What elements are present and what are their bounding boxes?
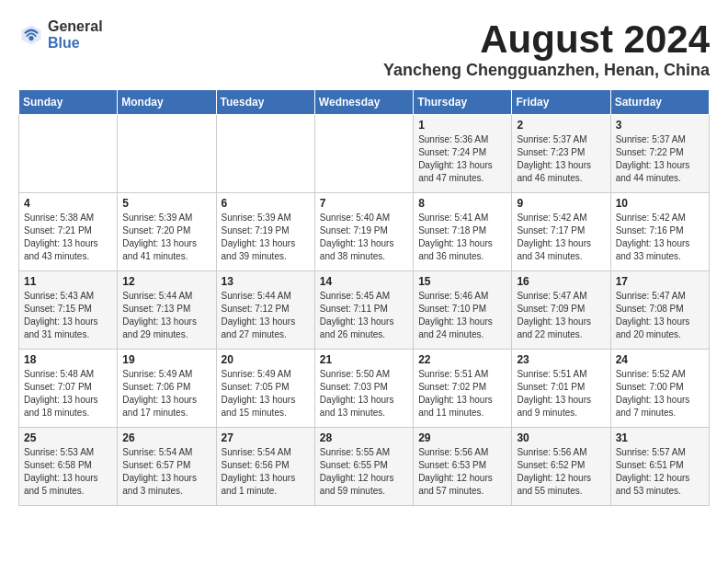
calendar-cell: 26Sunrise: 5:54 AMSunset: 6:57 PMDayligh…	[118, 428, 216, 506]
calendar-cell: 13Sunrise: 5:44 AMSunset: 7:12 PMDayligh…	[216, 271, 314, 350]
day-number: 26	[122, 431, 210, 444]
calendar-cell: 14Sunrise: 5:45 AMSunset: 7:11 PMDayligh…	[314, 271, 413, 350]
header-friday: Friday	[512, 90, 610, 115]
day-number: 4	[24, 197, 112, 210]
day-number: 5	[122, 197, 210, 210]
day-number: 25	[24, 431, 112, 444]
day-info: Sunrise: 5:53 AMSunset: 6:58 PMDaylight:…	[24, 446, 112, 498]
day-info: Sunrise: 5:51 AMSunset: 7:02 PMDaylight:…	[418, 368, 506, 419]
day-number: 1	[418, 119, 506, 132]
calendar-cell: 16Sunrise: 5:47 AMSunset: 7:09 PMDayligh…	[512, 271, 610, 350]
calendar-cell: 9Sunrise: 5:42 AMSunset: 7:17 PMDaylight…	[512, 193, 610, 271]
logo-blue-text: Blue	[48, 35, 103, 52]
day-number: 2	[517, 119, 605, 132]
day-info: Sunrise: 5:49 AMSunset: 7:05 PMDaylight:…	[222, 368, 310, 419]
day-info: Sunrise: 5:46 AMSunset: 7:10 PMDaylight:…	[418, 290, 506, 341]
day-info: Sunrise: 5:54 AMSunset: 6:57 PMDaylight:…	[122, 446, 210, 498]
calendar-cell: 3Sunrise: 5:37 AMSunset: 7:22 PMDaylight…	[610, 115, 709, 193]
calendar-cell: 5Sunrise: 5:39 AMSunset: 7:20 PMDaylight…	[118, 193, 216, 271]
calendar-cell: 23Sunrise: 5:51 AMSunset: 7:01 PMDayligh…	[512, 350, 610, 428]
day-info: Sunrise: 5:56 AMSunset: 6:53 PMDaylight:…	[418, 446, 506, 498]
day-info: Sunrise: 5:37 AMSunset: 7:22 PMDaylight:…	[616, 133, 704, 185]
day-info: Sunrise: 5:43 AMSunset: 7:15 PMDaylight:…	[24, 290, 112, 341]
day-info: Sunrise: 5:48 AMSunset: 7:07 PMDaylight:…	[24, 368, 112, 419]
calendar-cell: 7Sunrise: 5:40 AMSunset: 7:19 PMDaylight…	[314, 193, 413, 271]
calendar-cell: 19Sunrise: 5:49 AMSunset: 7:06 PMDayligh…	[118, 350, 216, 428]
svg-marker-0	[22, 25, 41, 44]
calendar-cell: 30Sunrise: 5:56 AMSunset: 6:52 PMDayligh…	[512, 428, 610, 506]
day-info: Sunrise: 5:39 AMSunset: 7:19 PMDaylight:…	[222, 212, 310, 263]
title-section: August 2024 Yancheng Chengguanzhen, Hena…	[383, 18, 710, 80]
calendar-cell: 6Sunrise: 5:39 AMSunset: 7:19 PMDaylight…	[216, 193, 314, 271]
day-number: 14	[320, 275, 408, 288]
calendar-cell: 11Sunrise: 5:43 AMSunset: 7:15 PMDayligh…	[19, 271, 118, 350]
calendar-cell	[216, 115, 314, 193]
day-number: 11	[24, 275, 112, 288]
day-number: 23	[517, 353, 605, 366]
day-number: 21	[320, 353, 408, 366]
day-info: Sunrise: 5:37 AMSunset: 7:23 PMDaylight:…	[517, 133, 605, 185]
day-number: 31	[616, 431, 704, 444]
calendar-cell	[314, 115, 413, 193]
day-number: 3	[616, 119, 704, 132]
calendar-cell	[19, 115, 118, 193]
calendar-cell: 17Sunrise: 5:47 AMSunset: 7:08 PMDayligh…	[610, 271, 709, 350]
day-number: 29	[418, 431, 506, 444]
calendar-cell: 1Sunrise: 5:36 AMSunset: 7:24 PMDaylight…	[414, 115, 512, 193]
logo: General Blue	[18, 18, 103, 51]
logo-text: General Blue	[48, 18, 103, 51]
calendar-cell: 8Sunrise: 5:41 AMSunset: 7:18 PMDaylight…	[414, 193, 512, 271]
week-row-5: 25Sunrise: 5:53 AMSunset: 6:58 PMDayligh…	[19, 428, 710, 506]
day-number: 22	[418, 353, 506, 366]
day-number: 28	[320, 431, 408, 444]
day-info: Sunrise: 5:47 AMSunset: 7:09 PMDaylight:…	[517, 290, 605, 341]
week-row-1: 1Sunrise: 5:36 AMSunset: 7:24 PMDaylight…	[19, 115, 710, 193]
calendar-cell: 2Sunrise: 5:37 AMSunset: 7:23 PMDaylight…	[512, 115, 610, 193]
day-info: Sunrise: 5:56 AMSunset: 6:52 PMDaylight:…	[517, 446, 605, 498]
day-number: 17	[616, 275, 704, 288]
day-number: 16	[517, 275, 605, 288]
header-sunday: Sunday	[19, 90, 118, 115]
day-number: 9	[517, 197, 605, 210]
calendar-cell: 29Sunrise: 5:56 AMSunset: 6:53 PMDayligh…	[414, 428, 512, 506]
day-number: 10	[616, 197, 704, 210]
day-number: 30	[517, 431, 605, 444]
weekday-row: Sunday Monday Tuesday Wednesday Thursday…	[19, 90, 710, 115]
calendar-cell: 22Sunrise: 5:51 AMSunset: 7:02 PMDayligh…	[414, 350, 512, 428]
logo-icon	[18, 22, 44, 48]
calendar-cell: 20Sunrise: 5:49 AMSunset: 7:05 PMDayligh…	[216, 350, 314, 428]
calendar-cell: 24Sunrise: 5:52 AMSunset: 7:00 PMDayligh…	[610, 350, 709, 428]
day-info: Sunrise: 5:40 AMSunset: 7:19 PMDaylight:…	[320, 212, 408, 263]
calendar-cell	[118, 115, 216, 193]
day-info: Sunrise: 5:38 AMSunset: 7:21 PMDaylight:…	[24, 212, 112, 263]
day-number: 13	[222, 275, 310, 288]
day-info: Sunrise: 5:45 AMSunset: 7:11 PMDaylight:…	[320, 290, 408, 341]
day-info: Sunrise: 5:49 AMSunset: 7:06 PMDaylight:…	[122, 368, 210, 419]
day-info: Sunrise: 5:51 AMSunset: 7:01 PMDaylight:…	[517, 368, 605, 419]
day-info: Sunrise: 5:52 AMSunset: 7:00 PMDaylight:…	[616, 368, 704, 419]
day-info: Sunrise: 5:42 AMSunset: 7:16 PMDaylight:…	[616, 212, 704, 263]
calendar-cell: 21Sunrise: 5:50 AMSunset: 7:03 PMDayligh…	[314, 350, 413, 428]
calendar-cell: 10Sunrise: 5:42 AMSunset: 7:16 PMDayligh…	[610, 193, 709, 271]
calendar-cell: 28Sunrise: 5:55 AMSunset: 6:55 PMDayligh…	[314, 428, 413, 506]
day-number: 24	[616, 353, 704, 366]
day-info: Sunrise: 5:42 AMSunset: 7:17 PMDaylight:…	[517, 212, 605, 263]
logo-general-text: General	[48, 18, 103, 35]
day-info: Sunrise: 5:44 AMSunset: 7:13 PMDaylight:…	[122, 290, 210, 341]
header-wednesday: Wednesday	[314, 90, 413, 115]
calendar-cell: 27Sunrise: 5:54 AMSunset: 6:56 PMDayligh…	[216, 428, 314, 506]
svg-point-1	[28, 35, 33, 40]
calendar-table: Sunday Monday Tuesday Wednesday Thursday…	[18, 89, 710, 506]
calendar-cell: 4Sunrise: 5:38 AMSunset: 7:21 PMDaylight…	[19, 193, 118, 271]
day-info: Sunrise: 5:36 AMSunset: 7:24 PMDaylight:…	[418, 133, 506, 185]
week-row-4: 18Sunrise: 5:48 AMSunset: 7:07 PMDayligh…	[19, 350, 710, 428]
day-number: 18	[24, 353, 112, 366]
week-row-2: 4Sunrise: 5:38 AMSunset: 7:21 PMDaylight…	[19, 193, 710, 271]
day-info: Sunrise: 5:57 AMSunset: 6:51 PMDaylight:…	[616, 446, 704, 498]
month-year-title: August 2024	[383, 18, 710, 61]
day-number: 8	[418, 197, 506, 210]
day-number: 20	[222, 353, 310, 366]
day-info: Sunrise: 5:39 AMSunset: 7:20 PMDaylight:…	[122, 212, 210, 263]
day-info: Sunrise: 5:44 AMSunset: 7:12 PMDaylight:…	[222, 290, 310, 341]
day-number: 27	[222, 431, 310, 444]
